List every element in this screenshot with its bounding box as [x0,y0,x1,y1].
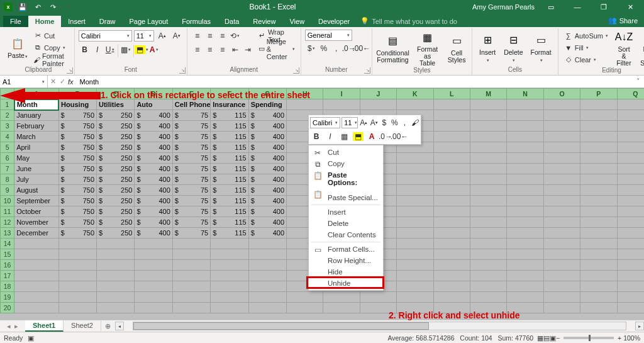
cell[interactable]: $75 [172,142,210,153]
row-header-14[interactable]: 14 [1,239,14,249]
cell[interactable]: June [14,164,58,174]
align-right-icon[interactable]: ≡ [216,43,229,56]
cell[interactable]: $400 [135,153,172,164]
cell[interactable]: $400 [248,196,286,206]
cell[interactable] [287,292,323,303]
share-button[interactable]: 👥Share [602,14,644,27]
ctx-cut[interactable]: ✂Cut [309,147,383,158]
cell[interactable] [617,249,644,260]
tab-home[interactable]: Home [28,16,62,27]
cell[interactable] [543,132,580,142]
cell[interactable] [543,292,580,303]
cell[interactable]: $250 [97,217,135,228]
mini-accounting-icon[interactable]: $ [380,116,389,129]
cell[interactable] [580,185,617,196]
cell[interactable] [58,303,96,313]
cell[interactable]: $250 [97,132,135,142]
cell[interactable] [14,260,58,271]
cell[interactable]: $400 [248,153,286,164]
cell[interactable] [617,206,644,217]
cell[interactable] [397,249,433,260]
cell[interactable] [580,271,617,281]
mini-dec-dec-icon[interactable]: .00← [393,130,406,143]
cell[interactable] [470,206,507,217]
row-header-8[interactable]: 8 [1,174,14,185]
ctx-insert[interactable]: Insert [309,206,383,218]
cell[interactable] [135,239,172,249]
mini-bold-button[interactable]: B [310,130,323,143]
col-header-H[interactable]: H [287,89,323,99]
cell[interactable] [507,292,543,303]
cell[interactable] [433,196,470,206]
cell[interactable] [14,271,58,281]
cell[interactable] [58,281,96,292]
cell[interactable] [470,185,507,196]
fill-color-icon[interactable]: ⬒▾ [135,43,148,56]
cell[interactable] [172,303,210,313]
cell[interactable] [172,249,210,260]
cell[interactable] [97,292,135,303]
shrink-font-icon[interactable]: A▾ [170,30,183,42]
tab-data[interactable]: Data [218,16,246,27]
cell[interactable] [360,99,396,110]
cell[interactable] [580,121,617,132]
font-color-icon[interactable]: A▾ [148,43,160,56]
conditional-formatting-button[interactable]: ▤ConditionalFormatting [376,30,409,67]
name-box[interactable]: A1▾ [0,76,48,87]
col-header-I[interactable]: I [323,89,360,99]
clear-button[interactable]: ◇Clear▾ [562,53,610,65]
cell[interactable] [580,174,617,185]
cell[interactable]: $115 [211,153,248,164]
cell[interactable] [360,303,396,313]
cell[interactable] [135,249,172,260]
col-header-B[interactable]: B [58,89,96,99]
cell[interactable] [470,121,507,132]
row-header-15[interactable]: 15 [1,249,14,260]
cell[interactable] [507,110,543,121]
row-header-13[interactable]: 13 [1,228,14,239]
cell[interactable] [433,142,470,153]
cell[interactable]: Spending [248,99,286,110]
cell[interactable] [580,249,617,260]
cell[interactable]: $400 [248,217,286,228]
sort-filter-button[interactable]: A↓ZSort &Filter [613,30,635,67]
cell[interactable] [172,281,210,292]
cell[interactable] [14,281,58,292]
cell[interactable]: $250 [97,142,135,153]
zoom-in-icon[interactable]: + [618,334,621,342]
cell[interactable]: $400 [248,121,286,132]
tell-me[interactable]: 💡Tell me what you want to do [357,15,461,27]
cell[interactable]: $400 [135,206,172,217]
cell[interactable]: $75 [172,153,210,164]
enter-formula-icon[interactable]: ✓ [60,77,65,86]
col-header-K[interactable]: K [397,89,433,99]
ctx-delete[interactable]: Delete [309,218,383,229]
cell[interactable]: Auto [135,99,172,110]
cell[interactable] [580,228,617,239]
qat-redo-icon[interactable]: ↷ [48,2,58,12]
row-header-1[interactable]: 1 [1,99,14,110]
bold-button[interactable]: B [79,43,91,56]
tab-page-layout[interactable]: Page Layout [122,16,175,27]
cell[interactable] [58,271,96,281]
cell[interactable]: $400 [248,174,286,185]
cell[interactable] [433,281,470,292]
cell[interactable] [211,303,248,313]
cell[interactable] [323,303,360,313]
cell[interactable] [135,292,172,303]
cell[interactable] [617,303,644,313]
cell[interactable] [433,132,470,142]
cell[interactable]: $750 [58,217,96,228]
cell[interactable]: $250 [97,164,135,174]
col-header-O[interactable]: O [543,89,580,99]
mini-shrink-font-icon[interactable]: A▾ [369,116,378,129]
select-all-corner[interactable] [1,89,14,99]
cell[interactable] [211,292,248,303]
cell[interactable] [397,217,433,228]
cell[interactable] [580,217,617,228]
row-header-7[interactable]: 7 [1,164,14,174]
cell[interactable] [507,132,543,142]
cell[interactable] [433,174,470,185]
cell[interactable] [543,121,580,132]
clipboard-launcher-icon[interactable]: ↘ [67,67,73,74]
